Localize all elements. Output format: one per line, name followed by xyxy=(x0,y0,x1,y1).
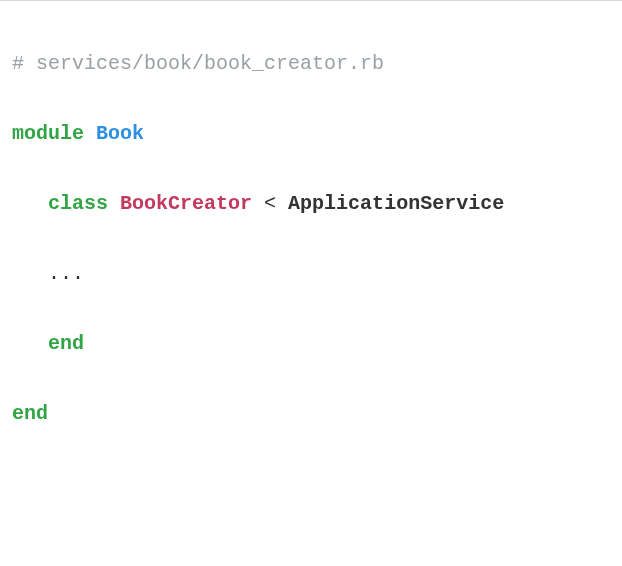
ellipsis: ... xyxy=(48,262,84,285)
keyword-end: end xyxy=(48,332,84,355)
keyword-class: class xyxy=(48,192,108,215)
parent-class: ApplicationService xyxy=(288,192,504,215)
less-than: < xyxy=(264,192,276,215)
comment-line: # services/book/book_creator.rb xyxy=(12,52,384,75)
class-name: BookCreator xyxy=(120,192,252,215)
keyword-end: end xyxy=(12,402,48,425)
code-block: # services/book/book_creator.rb module B… xyxy=(0,0,622,566)
keyword-module: module xyxy=(12,122,84,145)
module-name: Book xyxy=(96,122,144,145)
